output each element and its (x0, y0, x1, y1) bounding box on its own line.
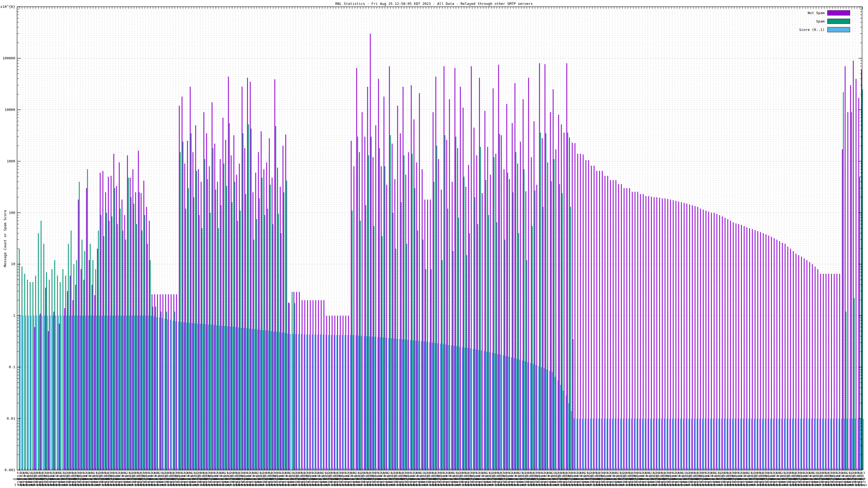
legend: Not Spam Spam Score (0..1) (799, 10, 850, 35)
y-axis-label: Message Count or Spam Score (3, 176, 7, 301)
rbl-statistics-chart: 1x10^{6}1000001000010001001010.10.010.00… (0, 0, 868, 488)
svg-text:0.001: 0.001 (5, 468, 15, 472)
svg-text:100000: 100000 (2, 56, 15, 60)
legend-swatch-not-spam (827, 10, 850, 15)
chart-title: RBL Statistics - Fri Aug 25 12:58:05 EDT… (0, 2, 868, 6)
legend-swatch-score (827, 27, 850, 32)
svg-text:1: 1 (13, 314, 15, 318)
svg-text:10: 10 (11, 262, 15, 266)
svg-text:1000: 1000 (7, 159, 15, 163)
legend-label-not-spam: Not Spam (807, 11, 825, 15)
svg-text:10000: 10000 (5, 108, 15, 112)
legend-item-score: Score (0..1) (799, 27, 850, 33)
legend-item-spam: Spam (799, 18, 850, 24)
legend-swatch-spam (827, 19, 850, 24)
svg-text:0.1: 0.1 (9, 365, 15, 369)
svg-text:0.01: 0.01 (7, 416, 15, 421)
svg-text:100: 100 (9, 210, 15, 215)
legend-label-spam: Spam (816, 19, 825, 23)
legend-label-score: Score (0..1) (799, 28, 825, 32)
plot-canvas: 1x10^{6}1000001000010001001010.10.010.00… (0, 0, 868, 488)
legend-item-not-spam: Not Spam (799, 10, 850, 16)
